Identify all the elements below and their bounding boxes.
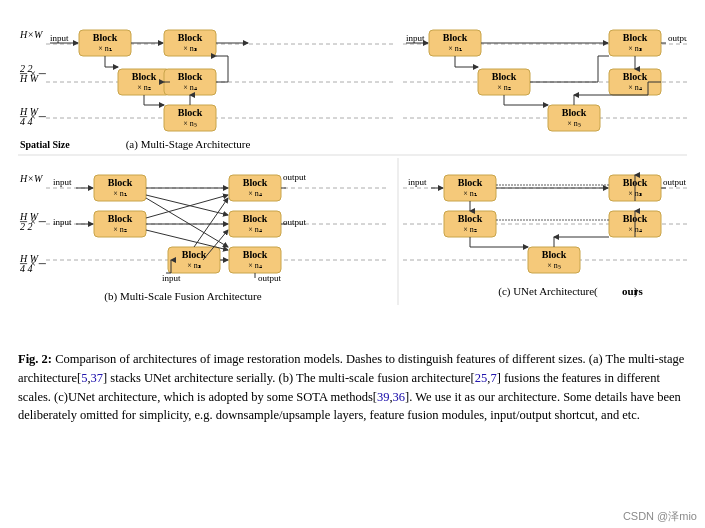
svg-text:× n₂: × n₂ xyxy=(137,83,151,92)
svg-text:Block: Block xyxy=(243,213,268,224)
svg-text:Block: Block xyxy=(492,71,517,82)
svg-text:4   4: 4 4 xyxy=(20,116,33,127)
svg-text:Block: Block xyxy=(443,32,468,43)
svg-text:× n₃: × n₃ xyxy=(628,44,642,53)
svg-text:ours: ours xyxy=(622,285,644,297)
svg-text:Block: Block xyxy=(108,213,133,224)
svg-text:× n₅: × n₅ xyxy=(547,261,561,270)
watermark: CSDN @泽mio xyxy=(623,509,697,524)
svg-text:Block: Block xyxy=(243,249,268,260)
svg-text:× n₃: × n₃ xyxy=(183,44,197,53)
svg-text:output: output xyxy=(668,33,687,43)
svg-text:Block: Block xyxy=(458,213,483,224)
svg-text:input: input xyxy=(50,33,69,43)
architecture-diagram: H×W H W ─ × ─ 2 2 H W ─ × ─ 4 4 input Bl… xyxy=(18,10,687,340)
svg-text:Block: Block xyxy=(623,71,648,82)
svg-text:Block: Block xyxy=(562,107,587,118)
svg-text:H×W: H×W xyxy=(19,173,44,184)
svg-text:× n₄: × n₄ xyxy=(248,189,262,198)
svg-text:output: output xyxy=(283,217,307,227)
svg-text:× n₁: × n₁ xyxy=(113,189,127,198)
page: H×W H W ─ × ─ 2 2 H W ─ × ─ 4 4 input Bl… xyxy=(0,0,705,528)
svg-text:(c) UNet Architecture(: (c) UNet Architecture( xyxy=(498,285,598,298)
svg-text:× n₃: × n₃ xyxy=(187,261,201,270)
svg-text:Block: Block xyxy=(182,249,207,260)
svg-text:× n₄: × n₄ xyxy=(183,83,197,92)
ref-7[interactable]: 7 xyxy=(490,371,496,385)
svg-text:2   2: 2 2 xyxy=(20,221,33,232)
ref-36[interactable]: 36 xyxy=(393,390,406,404)
svg-text:output: output xyxy=(283,172,307,182)
svg-text:2   2: 2 2 xyxy=(20,63,33,74)
ref-39[interactable]: 39 xyxy=(377,390,390,404)
svg-text:× n₂: × n₂ xyxy=(497,83,511,92)
svg-text:Spatial Size: Spatial Size xyxy=(20,139,70,150)
svg-text:× n₂: × n₂ xyxy=(113,225,127,234)
svg-text:Block: Block xyxy=(178,107,203,118)
svg-text:× n₁: × n₁ xyxy=(448,44,462,53)
svg-text:Block: Block xyxy=(93,32,118,43)
svg-text:input: input xyxy=(162,273,181,283)
ref-25[interactable]: 25 xyxy=(475,371,488,385)
svg-text:input: input xyxy=(53,177,72,187)
svg-text:H×W: H×W xyxy=(19,29,44,40)
svg-text:Block: Block xyxy=(178,71,203,82)
svg-text:4   4: 4 4 xyxy=(20,263,33,274)
svg-text:output: output xyxy=(258,273,282,283)
svg-text:input: input xyxy=(406,33,425,43)
svg-text:Block: Block xyxy=(178,32,203,43)
svg-text:× n₄: × n₄ xyxy=(628,83,642,92)
ref-5[interactable]: 5 xyxy=(81,371,87,385)
svg-line-108 xyxy=(194,198,228,247)
ref-37[interactable]: 37 xyxy=(91,371,104,385)
svg-text:Block: Block xyxy=(458,177,483,188)
svg-text:input: input xyxy=(408,177,427,187)
svg-text:): ) xyxy=(634,285,638,298)
svg-text:(a) Multi-Stage Architecture: (a) Multi-Stage Architecture xyxy=(126,138,251,151)
svg-text:Block: Block xyxy=(243,177,268,188)
svg-text:× n₁: × n₁ xyxy=(98,44,112,53)
svg-text:× n₅: × n₅ xyxy=(183,119,197,128)
svg-text:× n₁: × n₁ xyxy=(463,189,477,198)
svg-text:× n₄: × n₄ xyxy=(248,225,262,234)
svg-text:Block: Block xyxy=(542,249,567,260)
svg-text:Block: Block xyxy=(108,177,133,188)
figure-caption: Fig. 2: Comparison of architectures of i… xyxy=(18,350,687,425)
diagram-area: H×W H W ─ × ─ 2 2 H W ─ × ─ 4 4 input Bl… xyxy=(18,10,687,344)
svg-text:input: input xyxy=(53,217,72,227)
fig-label: Fig. 2: xyxy=(18,352,52,366)
svg-text:× n₄: × n₄ xyxy=(248,261,262,270)
svg-text:× n₂: × n₂ xyxy=(463,225,477,234)
svg-text:Block: Block xyxy=(623,32,648,43)
svg-text:output: output xyxy=(663,177,687,187)
svg-text:× n₅: × n₅ xyxy=(567,119,581,128)
svg-text:(b) Multi-Scale Fusion Archite: (b) Multi-Scale Fusion Architecture xyxy=(104,290,261,303)
svg-text:Block: Block xyxy=(132,71,157,82)
